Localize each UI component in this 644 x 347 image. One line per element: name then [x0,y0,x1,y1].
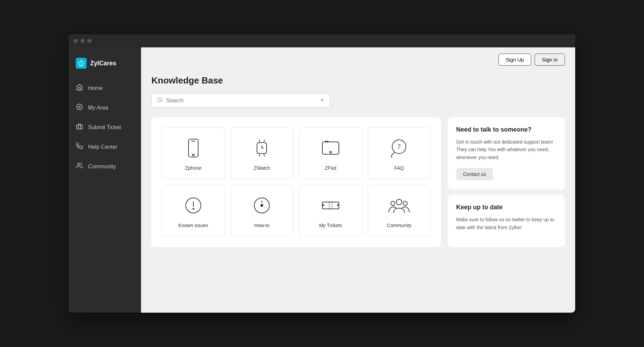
svg-rect-31 [322,202,339,209]
card-zpad-label: ZPad [325,165,336,171]
svg-point-27 [193,209,194,210]
helpcenter-icon [76,143,83,151]
talk-desc: Get in touch with out dedicated support … [456,138,557,161]
card-zphone-label: Zphone [185,165,201,171]
faq-icon: ? [387,136,411,160]
card-community[interactable]: Community [368,185,431,237]
main-header: Sign Up Sign in [141,47,575,72]
svg-point-6 [158,98,162,102]
card-zwatch-label: ZWatch [254,165,270,171]
svg-point-3 [79,106,80,108]
contact-us-button[interactable]: Contact us [456,168,493,180]
card-zpad[interactable]: ZPad [299,127,362,179]
svg-point-2 [77,104,83,110]
card-known-issues-label: Known issues [179,223,208,228]
sidebar-item-my-area-label: My Area [88,105,108,111]
logo-text: ZylCares [90,60,116,67]
talk-card: Need to talk to someone? Get in touch wi… [448,117,565,189]
maximize-dot [87,39,92,43]
svg-point-32 [396,199,402,205]
svg-line-14 [264,140,265,142]
community-icon [76,162,83,171]
svg-point-29 [261,204,263,206]
svg-point-5 [77,163,80,166]
kb-content: Knowledge Base [141,72,575,313]
close-dot [74,39,78,43]
search-input[interactable] [166,98,315,104]
sidebar-item-submit-ticket-label: Submit Ticket [88,124,121,131]
ticket-icon [76,123,83,132]
card-zphone[interactable]: Zphone [162,127,225,179]
card-zwatch[interactable]: ZWatch [230,127,294,179]
search-bar [151,93,330,108]
svg-point-33 [391,201,395,205]
content-grid: Zphone [151,117,565,247]
svg-rect-20 [322,142,339,154]
community-card-icon [387,193,411,218]
svg-line-16 [264,154,265,156]
card-my-tickets[interactable]: My Tickets [299,185,362,237]
sidebar-item-home[interactable]: Home [69,79,141,97]
app-window: ZylCares Home [69,34,575,313]
logo-icon [76,58,87,69]
zphone-icon [181,136,206,160]
svg-point-21 [330,152,331,153]
zwatch-icon [249,136,274,160]
signin-button[interactable]: Sign in [535,54,565,66]
card-how-to[interactable]: How-to [230,185,294,237]
talk-title: Need to talk to someone? [456,126,557,133]
how-to-icon [249,193,274,218]
main-content: Sign Up Sign in Knowledge Base [141,47,575,313]
sidebar-item-community-label: Community [88,164,116,170]
sidebar-item-community[interactable]: Community [69,157,141,176]
svg-line-15 [259,154,260,156]
sidebar-item-help-center[interactable]: Help Center [69,138,141,156]
sidebar: ZylCares Home [69,47,141,313]
signup-button[interactable]: Sign Up [498,54,531,66]
minimize-dot [80,39,85,43]
page-title: Knowledge Base [151,75,565,86]
myarea-icon [76,103,83,112]
known-issues-icon [181,193,206,218]
card-how-to-label: How-to [254,223,269,228]
card-known-issues[interactable]: Known issues [162,185,225,237]
app-body: ZylCares Home [69,47,575,313]
search-submit-icon[interactable] [319,97,324,104]
zpad-icon [318,136,343,160]
card-community-label: Community [387,223,411,228]
sidebar-item-home-label: Home [88,85,103,91]
card-faq-label: FAQ [394,165,404,171]
card-faq[interactable]: ? FAQ [368,127,431,179]
sidebar-item-help-center-label: Help Center [88,144,117,150]
right-panel: Need to talk to someone? Get in touch wi… [448,117,565,247]
home-icon [76,84,83,92]
my-tickets-icon [318,193,343,218]
update-desc: Make sure to follow us on twitter to kee… [456,216,557,231]
search-icon [157,97,163,104]
update-title: Keep up to date [456,204,557,211]
svg-point-34 [403,201,407,205]
sidebar-logo[interactable]: ZylCares [69,54,141,79]
sidebar-nav: Home My Area Submi [69,79,141,176]
cards-container: Zphone [151,117,441,247]
titlebar [69,34,575,47]
svg-line-7 [161,101,162,102]
update-card: Keep up to date Make sure to follow us o… [448,195,565,247]
svg-line-13 [259,140,260,142]
sidebar-item-my-area[interactable]: My Area [69,99,141,117]
card-my-tickets-label: My Tickets [319,223,342,228]
sidebar-item-submit-ticket[interactable]: Submit Ticket [69,118,141,136]
svg-text:?: ? [397,142,401,151]
svg-rect-4 [77,125,83,129]
svg-point-11 [192,154,194,156]
